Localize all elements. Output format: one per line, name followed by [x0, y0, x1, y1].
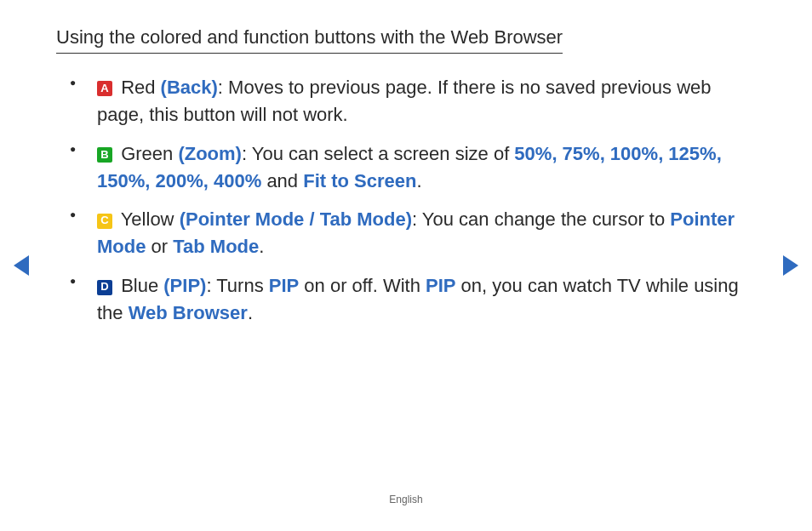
item-text: : Turns [206, 275, 268, 296]
list-item: D Blue (PIP): Turns PIP on or off. With … [63, 272, 756, 327]
item-text: : You can select a screen size of [242, 143, 514, 164]
button-label: (Back) [161, 77, 218, 98]
color-name: Red [121, 77, 155, 98]
button-label: (Zoom) [178, 143, 242, 164]
color-name: Green [121, 143, 173, 164]
badge-c-icon: C [97, 214, 112, 229]
button-label: (PIP) [163, 275, 206, 296]
section-title: Using the colored and function buttons w… [56, 24, 563, 54]
list-item: B Green (Zoom): You can select a screen … [63, 140, 756, 195]
badge-a-icon: A [97, 81, 112, 96]
badge-d-icon: D [97, 280, 112, 295]
item-text: . [259, 236, 264, 257]
badge-b-icon: B [97, 147, 112, 163]
footer-language: English [0, 493, 812, 507]
item-text: : You can change the cursor to [412, 208, 670, 230]
color-name: Yellow [121, 208, 174, 230]
list-item: C Yellow (Pointer Mode / Tab Mode): You … [63, 206, 756, 260]
item-text: and [261, 170, 303, 191]
color-name: Blue [121, 275, 158, 296]
item-text: or [146, 236, 173, 257]
next-page-arrow[interactable] [783, 255, 798, 276]
manual-page: Using the colored and function buttons w… [0, 0, 812, 327]
item-text: . [416, 170, 421, 191]
item-text: on or off. With [299, 275, 426, 296]
button-label: (Pointer Mode / Tab Mode) [180, 208, 412, 230]
pip: PIP [269, 275, 299, 296]
web-browser: Web Browser [129, 302, 248, 323]
item-text: . [248, 302, 253, 323]
tab-mode: Tab Mode [173, 236, 259, 257]
pip: PIP [426, 275, 455, 296]
list-item: A Red (Back): Moves to previous page. If… [63, 74, 756, 128]
fit-to-screen: Fit to Screen [303, 170, 416, 191]
prev-page-arrow[interactable] [14, 255, 29, 276]
button-list: A Red (Back): Moves to previous page. If… [63, 74, 756, 327]
